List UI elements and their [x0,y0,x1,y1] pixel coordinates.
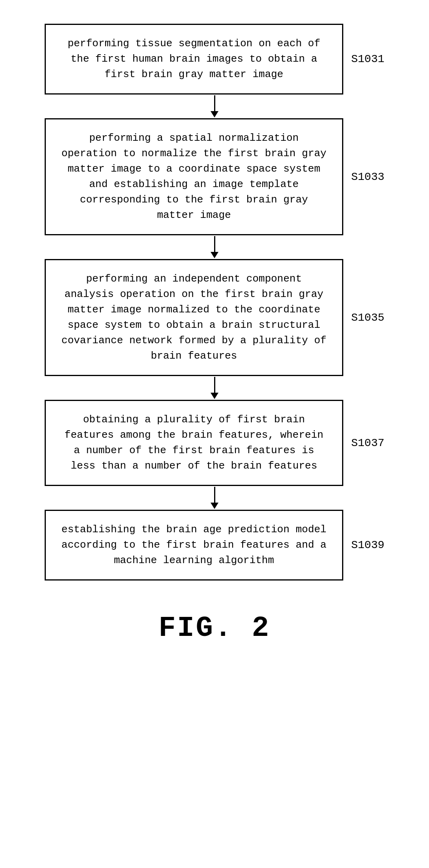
arrow-line-3 [214,377,215,393]
box-s1039: establishing the brain age prediction mo… [45,510,343,581]
label-s1033: S1033 [351,171,384,183]
arrow-3 [45,376,384,400]
arrow-shape-4 [211,487,218,509]
box-s1037: obtaining a plurality of first brain fea… [45,400,343,486]
arrow-2 [45,235,384,259]
box-s1033: performing a spatial normalization opera… [45,118,343,235]
box-s1031: performing tissue segmentation on each o… [45,24,343,95]
arrow-line-1 [214,95,215,111]
flowchart: performing tissue segmentation on each o… [45,24,384,645]
label-s1039: S1039 [351,539,384,551]
step-row-s1039: establishing the brain age prediction mo… [45,510,384,581]
step-row-s1033: performing a spatial normalization opera… [45,118,384,235]
step-row-s1035: performing an independent component anal… [45,259,384,376]
arrow-shape-3 [211,377,218,399]
arrow-line-4 [214,487,215,503]
arrow-shape-1 [211,95,218,117]
arrow-head-1 [211,111,218,117]
arrow-head-2 [211,252,218,258]
arrow-shape-2 [211,236,218,258]
label-s1031: S1031 [351,53,384,65]
label-s1035: S1035 [351,312,384,324]
arrow-head-3 [211,393,218,399]
arrow-1 [45,95,384,118]
arrow-line-2 [214,236,215,252]
arrow-head-4 [211,503,218,509]
arrow-4 [45,486,384,510]
step-row-s1037: obtaining a plurality of first brain fea… [45,400,384,486]
box-s1035: performing an independent component anal… [45,259,343,376]
step-row-s1031: performing tissue segmentation on each o… [45,24,384,95]
label-s1037: S1037 [351,437,384,449]
figure-label: FIG. 2 [158,612,270,645]
